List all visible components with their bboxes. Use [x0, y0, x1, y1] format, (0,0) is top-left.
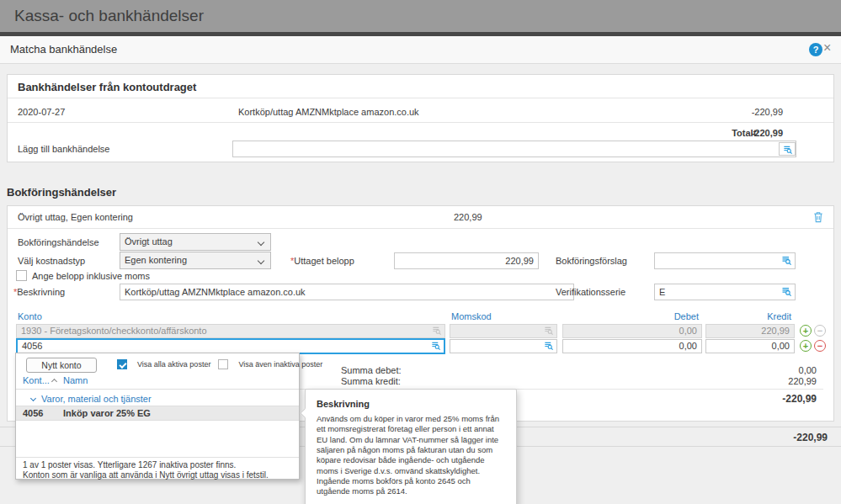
- booking-section-title: Bokföringshändelser: [7, 186, 116, 199]
- col-header-kredit[interactable]: Kredit: [705, 311, 791, 321]
- cost-type-select[interactable]: Egen kontering: [120, 252, 271, 269]
- series-input[interactable]: [654, 284, 796, 300]
- dropdown-col-konto[interactable]: Kont...: [23, 375, 56, 385]
- lookup-icon[interactable]: [779, 142, 796, 156]
- tooltip-title: Beskrivning: [317, 399, 505, 409]
- chevron-down-icon: [30, 395, 36, 401]
- lookup-icon[interactable]: [781, 255, 792, 266]
- close-icon[interactable]: ×: [823, 40, 831, 56]
- remove-row-icon[interactable]: −: [814, 340, 826, 352]
- show-inactive-checkbox[interactable]: [218, 359, 228, 369]
- col-header-konto[interactable]: Konto: [18, 311, 42, 321]
- sum-debet-value: 0,00: [799, 365, 817, 375]
- add-bank-event-input[interactable]: [232, 141, 796, 157]
- account-group-row[interactable]: Varor, material och tjänster: [31, 394, 152, 404]
- amount-input[interactable]: [394, 252, 539, 269]
- page-title: Kassa- och bankhändelser: [0, 0, 841, 32]
- divider: [8, 228, 833, 229]
- description-input[interactable]: [120, 284, 574, 300]
- lookup-icon[interactable]: [781, 286, 792, 297]
- add-row-icon[interactable]: +: [800, 340, 812, 352]
- debet-cell: 0,00: [562, 324, 702, 338]
- show-inactive-label[interactable]: Visa även inaktiva poster: [238, 360, 322, 369]
- card-header-label: Övrigt uttag, Egen kontering: [18, 212, 133, 222]
- app-window: Kassa- och bankhändelser Matcha bankhänd…: [0, 0, 841, 504]
- trash-icon[interactable]: [813, 211, 824, 222]
- total-value: -220,99: [752, 128, 783, 138]
- divider: [16, 389, 299, 390]
- dropdown-footer-line1: 1 av 1 poster visas. Ytterligare 1267 in…: [23, 460, 292, 470]
- dropdown-filters: Visa alla aktiva poster Visa även inakti…: [117, 359, 322, 369]
- vat-inclusive-checkbox[interactable]: [16, 270, 27, 281]
- series-label: Verifikationsserie: [556, 287, 625, 297]
- momskod-cell: [450, 324, 557, 338]
- account-name: Inköp varor 25% EG: [63, 406, 151, 421]
- sum-kredit-label: Summa kredit:: [341, 376, 401, 386]
- account-dropdown: Nytt konto Visa alla aktiva poster Visa …: [15, 353, 300, 480]
- show-active-label[interactable]: Visa alla aktiva poster: [137, 360, 210, 369]
- suggestion-label: Bokföringsförslag: [556, 256, 627, 266]
- add-row-icon[interactable]: +: [800, 325, 812, 337]
- event-select-value: Övrigt uttag: [125, 236, 173, 247]
- amount-label: *Uttaget belopp: [290, 256, 354, 266]
- lookup-icon[interactable]: [544, 341, 555, 352]
- divider: [8, 98, 833, 98]
- modal-title: Matcha bankhändelse: [0, 36, 841, 64]
- event-label: Bokföringshändelse: [18, 237, 99, 247]
- tooltip-body: Används om du köper in varor med 25% mom…: [317, 414, 505, 497]
- bank-transactions-panel: Bankhändelser från kontoutdraget 2020-07…: [7, 74, 834, 162]
- account-description-tooltip: Beskrivning Används om du köper in varor…: [305, 389, 517, 504]
- chevron-down-icon: [258, 239, 264, 246]
- balance-value: -220,99: [782, 393, 817, 405]
- chevron-down-icon: [258, 257, 264, 264]
- kredit-cell: 220,99: [705, 324, 795, 338]
- kredit-input[interactable]: 0,00: [705, 339, 795, 353]
- remove-row-icon: −: [814, 325, 826, 337]
- show-active-checkbox[interactable]: [117, 359, 127, 369]
- new-account-button[interactable]: Nytt konto: [26, 358, 97, 373]
- sum-debet-label: Summa debet:: [341, 365, 402, 375]
- vat-inclusive-label: Ange belopp inklusive moms: [32, 271, 150, 281]
- event-select[interactable]: Övrigt uttag: [120, 233, 271, 251]
- transaction-description: Kortköp/uttag AMZNMktplace amazon.co.uk: [238, 107, 419, 117]
- col-header-momskod[interactable]: Momskod: [451, 311, 492, 321]
- lookup-icon: [432, 326, 443, 337]
- remaining-total-value: -220,99: [793, 432, 828, 443]
- suggestion-input[interactable]: [654, 252, 796, 269]
- description-label: *Beskrivning: [13, 287, 65, 297]
- cost-type-select-value: Egen kontering: [125, 255, 187, 265]
- divider: [8, 122, 833, 123]
- account-list-item[interactable]: 4056 Inköp varor 25% EG: [16, 406, 299, 421]
- dropdown-footer-line2: Konton som är vanliga att använda i Nytt…: [23, 470, 292, 480]
- konto-cell: 1930 - Företagskonto/checkkonto/affärsko…: [16, 324, 445, 338]
- transaction-date: 2020-07-27: [18, 107, 65, 117]
- cost-type-label: Välj kostnadstyp: [18, 256, 85, 266]
- sort-asc-icon: [51, 379, 57, 385]
- dropdown-footer: 1 av 1 poster visas. Ytterligare 1267 in…: [16, 457, 299, 483]
- card-header-amount: 220,99: [454, 212, 482, 222]
- lookup-icon[interactable]: [431, 341, 442, 352]
- account-number: 4056: [23, 406, 43, 421]
- add-bank-event-label: Lägg till bankhändelse: [18, 144, 109, 154]
- help-icon[interactable]: ?: [809, 43, 822, 56]
- lookup-icon: [544, 326, 555, 337]
- col-header-debet[interactable]: Debet: [562, 311, 699, 321]
- bank-panel-title: Bankhändelser från kontoutdraget: [18, 81, 196, 93]
- dropdown-col-namn[interactable]: Namn: [63, 375, 88, 385]
- sum-kredit-value: 220,99: [788, 376, 817, 386]
- transaction-amount: -220,99: [752, 107, 783, 117]
- momskod-input[interactable]: [450, 339, 557, 353]
- debet-input[interactable]: 0,00: [562, 339, 702, 353]
